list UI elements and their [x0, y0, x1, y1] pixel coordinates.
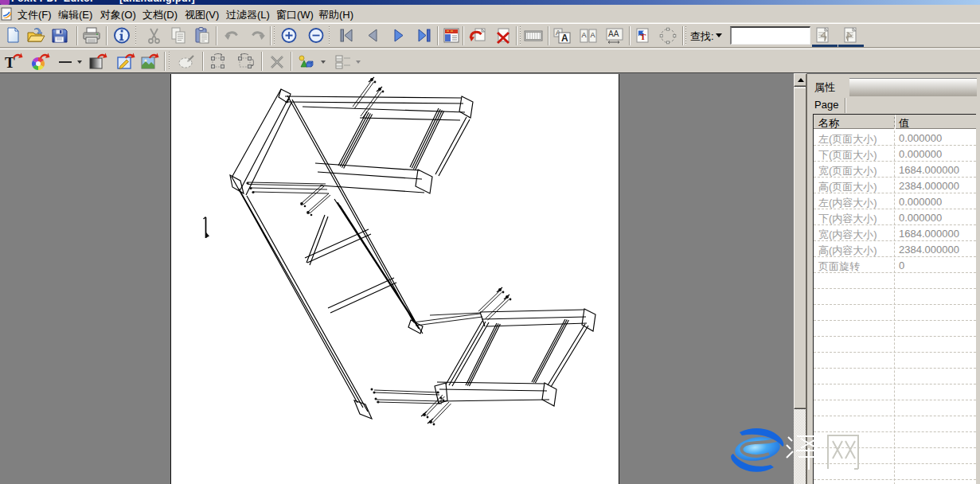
- svg-text:AA: AA: [608, 29, 619, 38]
- svg-text:A: A: [582, 31, 587, 39]
- svg-text:A: A: [591, 31, 595, 39]
- svg-text:T: T: [640, 32, 646, 41]
- svg-text:A: A: [561, 33, 568, 44]
